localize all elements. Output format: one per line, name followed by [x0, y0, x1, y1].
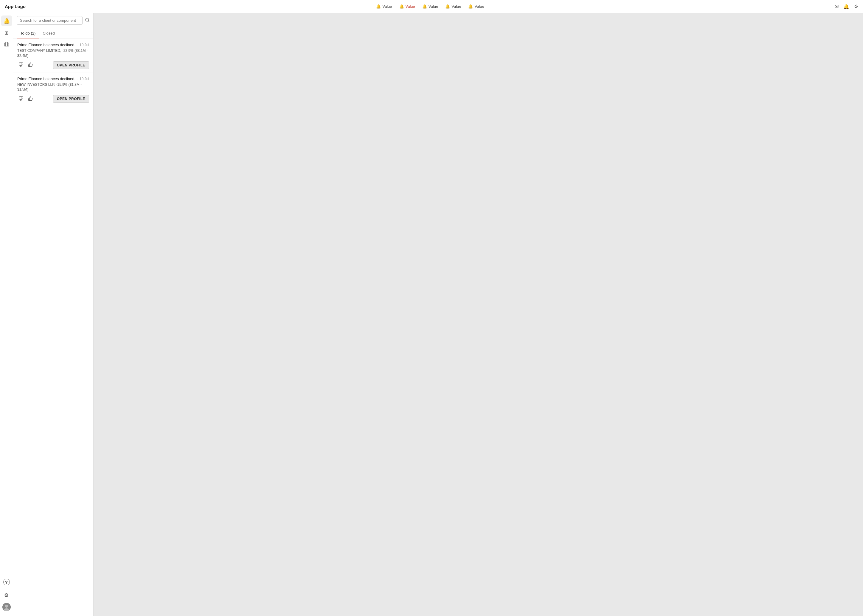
search-input[interactable] [17, 16, 83, 25]
notification-body-2: NEW INVESTORS LLP, -15.9% ($1.8M - $1.5M… [17, 82, 89, 92]
open-profile-button-2[interactable]: OPEN PROFILE [53, 95, 89, 103]
sidebar-item-briefcase[interactable] [1, 39, 12, 50]
user-avatar[interactable] [2, 603, 11, 611]
thumbs-down-button-1[interactable] [17, 62, 24, 69]
notifications-panel: To do (2) Closed Prime Finance balances … [13, 13, 94, 616]
top-nav: App Logo 🔔 Value 🔔 Value 🔔 Value 🔔 Value… [0, 0, 863, 13]
nav-item-1[interactable]: 🔔 Value [376, 4, 392, 9]
notification-actions-1: OPEN PROFILE [17, 61, 89, 69]
sidebar-top-icons: 🔔 ⊞ [1, 16, 12, 50]
sidebar-bottom-icons: ? ⚙ [1, 577, 12, 614]
tabs-bar: To do (2) Closed [13, 28, 93, 38]
notification-title-1: Prime Finance balances declined... [17, 42, 77, 47]
sidebar-item-settings[interactable]: ⚙ [1, 590, 12, 600]
nav-label-3: Value [428, 4, 438, 9]
nav-label-4: Value [452, 4, 461, 9]
notification-actions-2: OPEN PROFILE [17, 95, 89, 103]
nav-item-4[interactable]: 🔔 Value [445, 4, 461, 9]
thumbs-up-button-1[interactable] [27, 62, 34, 69]
nav-item-2[interactable]: 🔔 Value [399, 4, 415, 9]
top-nav-right: ✉ 🔔 ⚙ [835, 3, 858, 9]
bell-icon-5: 🔔 [468, 4, 473, 9]
nav-item-5[interactable]: 🔔 Value [468, 4, 484, 9]
notification-header-2: Prime Finance balances declined... 19 Ju… [17, 77, 89, 81]
notification-item-2: Prime Finance balances declined... 19 Ju… [13, 72, 93, 106]
search-bar [13, 13, 93, 28]
bell-icon-4: 🔔 [445, 4, 450, 9]
notification-item-1: Prime Finance balances declined... 19 Ju… [13, 38, 93, 72]
top-nav-center: 🔔 Value 🔔 Value 🔔 Value 🔔 Value 🔔 Value [376, 4, 484, 9]
app-logo: App Logo [5, 4, 26, 9]
tab-todo[interactable]: To do (2) [17, 28, 39, 38]
svg-rect-0 [4, 43, 9, 46]
icon-sidebar: 🔔 ⊞ ? ⚙ [0, 13, 13, 616]
notification-date-1: 19 Jul [80, 43, 89, 47]
svg-point-2 [5, 605, 8, 608]
nav-item-3[interactable]: 🔔 Value [422, 4, 438, 9]
nav-label-5: Value [474, 4, 484, 9]
gear-icon[interactable]: ⚙ [854, 3, 858, 9]
bell-icon-2: 🔔 [399, 4, 404, 9]
nav-label-1: Value [382, 4, 392, 9]
sidebar-item-grid[interactable]: ⊞ [1, 27, 12, 38]
notifications-list: Prime Finance balances declined... 19 Ju… [13, 38, 93, 616]
grid-icon: ⊞ [5, 30, 8, 36]
briefcase-icon [4, 41, 9, 48]
thumbs-up-button-2[interactable] [27, 96, 34, 102]
help-icon: ? [3, 579, 10, 585]
notification-header-1: Prime Finance balances declined... 19 Ju… [17, 42, 89, 47]
open-profile-button-1[interactable]: OPEN PROFILE [53, 61, 89, 69]
sidebar-item-help[interactable]: ? [1, 577, 12, 588]
main-layout: 🔔 ⊞ ? ⚙ [0, 13, 863, 616]
bell-icon-1: 🔔 [376, 4, 381, 9]
notification-title-2: Prime Finance balances declined... [17, 77, 77, 81]
notification-body-1: TEST COMPANY LIMITED, -22.9% ($3.1M - $2… [17, 48, 89, 58]
mail-icon[interactable]: ✉ [835, 3, 839, 9]
bell-icon-3: 🔔 [422, 4, 427, 9]
svg-line-5 [88, 21, 89, 22]
main-content [94, 13, 863, 616]
settings-icon: ⚙ [4, 592, 9, 599]
notification-date-2: 19 Jul [80, 77, 89, 81]
notification-icon[interactable]: 🔔 [843, 3, 849, 9]
tab-closed[interactable]: Closed [39, 28, 58, 38]
thumbs-down-button-2[interactable] [17, 96, 24, 102]
search-icon[interactable] [85, 17, 90, 23]
notifications-icon: 🔔 [3, 17, 10, 24]
sidebar-item-notifications[interactable]: 🔔 [1, 16, 12, 26]
nav-label-2: Value [406, 4, 415, 9]
